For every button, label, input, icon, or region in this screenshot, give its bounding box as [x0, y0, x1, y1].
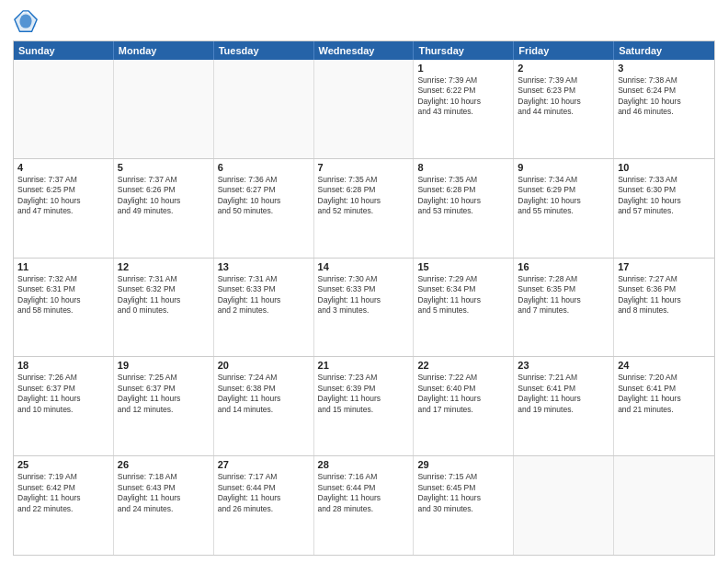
- calendar-header-row: SundayMondayTuesdayWednesdayThursdayFrid…: [14, 41, 714, 60]
- day-number: 23: [518, 360, 609, 371]
- day-number: 28: [318, 459, 410, 470]
- day-info: Sunrise: 7:39 AM Sunset: 6:23 PM Dayligh…: [518, 75, 609, 118]
- day-info: Sunrise: 7:27 AM Sunset: 6:36 PM Dayligh…: [618, 274, 711, 316]
- header-day-tuesday: Tuesday: [214, 41, 314, 60]
- day-number: 2: [518, 63, 609, 74]
- day-info: Sunrise: 7:37 AM Sunset: 6:26 PM Dayligh…: [118, 175, 210, 217]
- day-info: Sunrise: 7:16 AM Sunset: 6:44 PM Dayligh…: [318, 472, 410, 514]
- calendar-day-25: 25Sunrise: 7:19 AM Sunset: 6:42 PM Dayli…: [14, 456, 114, 555]
- calendar-day-1: 1Sunrise: 7:39 AM Sunset: 6:22 PM Daylig…: [414, 60, 514, 158]
- calendar-day-9: 9Sunrise: 7:34 AM Sunset: 6:29 PM Daylig…: [514, 159, 614, 258]
- calendar-day-8: 8Sunrise: 7:35 AM Sunset: 6:28 PM Daylig…: [414, 159, 514, 258]
- day-info: Sunrise: 7:29 AM Sunset: 6:34 PM Dayligh…: [417, 274, 509, 316]
- day-info: Sunrise: 7:18 AM Sunset: 6:43 PM Dayligh…: [118, 472, 210, 514]
- calendar-week-3: 11Sunrise: 7:32 AM Sunset: 6:31 PM Dayli…: [14, 258, 714, 357]
- calendar-day-2: 2Sunrise: 7:39 AM Sunset: 6:23 PM Daylig…: [514, 60, 614, 158]
- day-number: 21: [318, 360, 410, 371]
- header-day-monday: Monday: [114, 41, 214, 60]
- calendar-day-empty: [214, 60, 314, 158]
- calendar-day-23: 23Sunrise: 7:21 AM Sunset: 6:41 PM Dayli…: [514, 357, 614, 455]
- day-info: Sunrise: 7:33 AM Sunset: 6:30 PM Dayligh…: [618, 175, 711, 217]
- day-number: 17: [618, 261, 711, 272]
- day-info: Sunrise: 7:32 AM Sunset: 6:31 PM Dayligh…: [17, 274, 109, 316]
- calendar-day-22: 22Sunrise: 7:22 AM Sunset: 6:40 PM Dayli…: [414, 357, 514, 455]
- day-info: Sunrise: 7:22 AM Sunset: 6:40 PM Dayligh…: [417, 373, 509, 415]
- calendar-day-empty: [114, 60, 214, 158]
- calendar-day-24: 24Sunrise: 7:20 AM Sunset: 6:41 PM Dayli…: [614, 357, 714, 455]
- day-number: 18: [17, 360, 109, 371]
- day-info: Sunrise: 7:34 AM Sunset: 6:29 PM Dayligh…: [518, 175, 609, 217]
- day-info: Sunrise: 7:31 AM Sunset: 6:33 PM Dayligh…: [218, 274, 310, 316]
- day-info: Sunrise: 7:23 AM Sunset: 6:39 PM Dayligh…: [318, 373, 410, 415]
- calendar-day-empty: [314, 60, 415, 158]
- calendar-day-13: 13Sunrise: 7:31 AM Sunset: 6:33 PM Dayli…: [214, 259, 314, 357]
- header-day-sunday: Sunday: [14, 41, 114, 60]
- day-info: Sunrise: 7:39 AM Sunset: 6:22 PM Dayligh…: [417, 75, 509, 118]
- day-info: Sunrise: 7:15 AM Sunset: 6:45 PM Dayligh…: [417, 472, 509, 514]
- day-number: 29: [417, 459, 509, 470]
- day-number: 15: [417, 261, 509, 272]
- calendar-day-16: 16Sunrise: 7:28 AM Sunset: 6:35 PM Dayli…: [514, 259, 614, 357]
- day-info: Sunrise: 7:38 AM Sunset: 6:24 PM Dayligh…: [618, 75, 711, 118]
- day-info: Sunrise: 7:37 AM Sunset: 6:25 PM Dayligh…: [17, 175, 109, 217]
- calendar-day-21: 21Sunrise: 7:23 AM Sunset: 6:39 PM Dayli…: [314, 357, 415, 455]
- day-number: 1: [417, 63, 509, 74]
- calendar-day-26: 26Sunrise: 7:18 AM Sunset: 6:43 PM Dayli…: [114, 456, 214, 555]
- day-number: 6: [218, 162, 310, 173]
- day-info: Sunrise: 7:19 AM Sunset: 6:42 PM Dayligh…: [17, 472, 109, 514]
- calendar-day-7: 7Sunrise: 7:35 AM Sunset: 6:28 PM Daylig…: [314, 159, 415, 258]
- day-number: 3: [618, 63, 711, 74]
- day-number: 4: [17, 162, 109, 173]
- calendar: SundayMondayTuesdayWednesdayThursdayFrid…: [13, 40, 715, 556]
- calendar-day-29: 29Sunrise: 7:15 AM Sunset: 6:45 PM Dayli…: [414, 456, 514, 555]
- calendar-body: 1Sunrise: 7:39 AM Sunset: 6:22 PM Daylig…: [14, 60, 714, 555]
- calendar-day-15: 15Sunrise: 7:29 AM Sunset: 6:34 PM Dayli…: [414, 259, 514, 357]
- calendar-day-27: 27Sunrise: 7:17 AM Sunset: 6:44 PM Dayli…: [214, 456, 314, 555]
- day-number: 16: [518, 261, 609, 272]
- day-info: Sunrise: 7:35 AM Sunset: 6:28 PM Dayligh…: [417, 175, 509, 217]
- day-info: Sunrise: 7:21 AM Sunset: 6:41 PM Dayligh…: [518, 373, 609, 415]
- logo: [13, 9, 42, 35]
- day-number: 9: [518, 162, 609, 173]
- day-info: Sunrise: 7:30 AM Sunset: 6:33 PM Dayligh…: [318, 274, 410, 316]
- calendar-day-11: 11Sunrise: 7:32 AM Sunset: 6:31 PM Dayli…: [14, 259, 114, 357]
- day-number: 11: [17, 261, 109, 272]
- calendar-day-empty: [514, 456, 614, 555]
- header-day-saturday: Saturday: [614, 41, 714, 60]
- calendar-day-17: 17Sunrise: 7:27 AM Sunset: 6:36 PM Dayli…: [614, 259, 714, 357]
- calendar-day-empty: [614, 456, 714, 555]
- day-info: Sunrise: 7:24 AM Sunset: 6:38 PM Dayligh…: [218, 373, 310, 415]
- calendar-week-4: 18Sunrise: 7:26 AM Sunset: 6:37 PM Dayli…: [14, 356, 714, 455]
- page: SundayMondayTuesdayWednesdayThursdayFrid…: [0, 0, 728, 563]
- calendar-day-5: 5Sunrise: 7:37 AM Sunset: 6:26 PM Daylig…: [114, 159, 214, 258]
- day-number: 7: [318, 162, 410, 173]
- header-day-friday: Friday: [514, 41, 614, 60]
- calendar-day-3: 3Sunrise: 7:38 AM Sunset: 6:24 PM Daylig…: [614, 60, 714, 158]
- calendar-day-10: 10Sunrise: 7:33 AM Sunset: 6:30 PM Dayli…: [614, 159, 714, 258]
- day-number: 14: [318, 261, 410, 272]
- calendar-day-6: 6Sunrise: 7:36 AM Sunset: 6:27 PM Daylig…: [214, 159, 314, 258]
- day-number: 5: [118, 162, 210, 173]
- calendar-day-28: 28Sunrise: 7:16 AM Sunset: 6:44 PM Dayli…: [314, 456, 415, 555]
- day-number: 19: [118, 360, 210, 371]
- calendar-day-20: 20Sunrise: 7:24 AM Sunset: 6:38 PM Dayli…: [214, 357, 314, 455]
- day-number: 22: [417, 360, 509, 371]
- day-number: 12: [118, 261, 210, 272]
- calendar-week-1: 1Sunrise: 7:39 AM Sunset: 6:22 PM Daylig…: [14, 60, 714, 158]
- calendar-day-4: 4Sunrise: 7:37 AM Sunset: 6:25 PM Daylig…: [14, 159, 114, 258]
- day-number: 13: [218, 261, 310, 272]
- day-number: 10: [618, 162, 711, 173]
- calendar-day-empty: [14, 60, 114, 158]
- day-info: Sunrise: 7:20 AM Sunset: 6:41 PM Dayligh…: [618, 373, 711, 415]
- day-number: 20: [218, 360, 310, 371]
- day-info: Sunrise: 7:17 AM Sunset: 6:44 PM Dayligh…: [218, 472, 310, 514]
- header: [13, 9, 715, 35]
- calendar-day-18: 18Sunrise: 7:26 AM Sunset: 6:37 PM Dayli…: [14, 357, 114, 455]
- header-day-wednesday: Wednesday: [314, 41, 415, 60]
- logo-icon: [13, 9, 39, 35]
- calendar-day-14: 14Sunrise: 7:30 AM Sunset: 6:33 PM Dayli…: [314, 259, 415, 357]
- day-info: Sunrise: 7:36 AM Sunset: 6:27 PM Dayligh…: [218, 175, 310, 217]
- day-number: 27: [218, 459, 310, 470]
- day-info: Sunrise: 7:28 AM Sunset: 6:35 PM Dayligh…: [518, 274, 609, 316]
- calendar-day-19: 19Sunrise: 7:25 AM Sunset: 6:37 PM Dayli…: [114, 357, 214, 455]
